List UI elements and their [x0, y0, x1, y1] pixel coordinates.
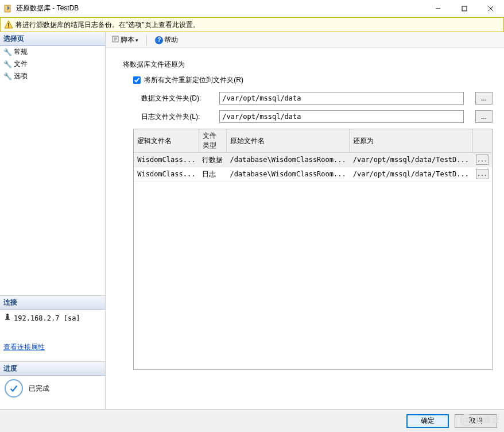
warning-text: 将进行源数据库的结尾日志备份。在"选项"页上查看此设置。 — [15, 20, 200, 30]
table-row[interactable]: WisdomClass... 日志 /database\WisdomClassR… — [134, 167, 492, 182]
row-browse-button[interactable]: ... — [476, 169, 489, 179]
data-folder-input[interactable] — [219, 92, 464, 105]
window-controls — [425, 0, 504, 17]
warning-icon — [4, 20, 13, 29]
maximize-button[interactable] — [451, 0, 478, 17]
cell-type: 日志 — [199, 167, 226, 182]
relocate-all-checkbox[interactable] — [133, 76, 141, 84]
svg-rect-9 — [6, 316, 9, 319]
toolbar-separator — [146, 35, 147, 45]
col-restore-as[interactable]: 还原为 — [350, 129, 472, 153]
row-browse-button[interactable]: ... — [476, 155, 489, 165]
page-nav: 🔧 常规 🔧 文件 🔧 选项 — [0, 46, 105, 295]
cell-type: 行数据 — [199, 153, 226, 167]
wrench-icon: 🔧 — [3, 60, 11, 68]
wrench-icon: 🔧 — [3, 48, 11, 56]
wrench-icon: 🔧 — [3, 72, 11, 80]
log-folder-browse-button[interactable]: ... — [475, 110, 493, 123]
select-page-header: 选择页 — [0, 32, 105, 46]
minimize-button[interactable] — [425, 0, 451, 17]
close-button[interactable] — [478, 0, 504, 17]
nav-general[interactable]: 🔧 常规 — [0, 46, 105, 58]
server-address: 192.168.2.7 [sa] — [14, 314, 80, 322]
script-dropdown[interactable]: 脚本 ▾ — [109, 34, 141, 46]
warning-bar: 将进行源数据库的结尾日志备份。在"选项"页上查看此设置。 — [0, 17, 504, 32]
nav-files[interactable]: 🔧 文件 — [0, 58, 105, 70]
cell-logical: WisdomClass... — [134, 153, 199, 167]
col-type[interactable]: 文件类型 — [199, 129, 226, 153]
content-area: 将数据库文件还原为 将所有文件重新定位到文件夹(R) 数据文件文件夹(D): .… — [106, 48, 504, 409]
svg-rect-2 — [462, 6, 467, 11]
dialog-footer: 确定 取消 — [0, 409, 504, 432]
nav-general-label: 常规 — [14, 47, 28, 57]
cancel-button[interactable]: 取消 — [455, 414, 497, 428]
nav-options-label: 选项 — [14, 71, 28, 81]
progress-done-icon — [5, 379, 23, 398]
data-folder-label: 数据文件文件夹(D): — [133, 94, 219, 103]
app-icon — [3, 4, 13, 13]
nav-files-label: 文件 — [14, 59, 28, 69]
log-folder-label: 日志文件文件夹(L): — [133, 112, 219, 122]
col-original[interactable]: 原始文件名 — [226, 129, 349, 153]
server-icon — [3, 313, 11, 323]
nav-options[interactable]: 🔧 选项 — [0, 70, 105, 82]
help-icon: ? — [155, 36, 163, 44]
relocate-all-label[interactable]: 将所有文件重新定位到文件夹(R) — [144, 75, 243, 85]
title-bar: 还原数据库 - TestDB — [0, 0, 504, 17]
svg-rect-7 — [8, 26, 9, 28]
progress-panel: 进度 已完成 — [0, 361, 105, 409]
cell-restore-as: /var/opt/mssql/data/TestD... — [350, 167, 472, 182]
cell-logical: WisdomClass... — [134, 167, 199, 182]
files-table: 逻辑文件名 文件类型 原始文件名 还原为 WisdomClass... 行数据 — [133, 129, 493, 370]
connection-panel: 连接 192.168.2.7 [sa] 查看连接属性 — [0, 295, 105, 361]
table-row[interactable]: WisdomClass... 行数据 /database\WisdomClass… — [134, 153, 492, 167]
script-label: 脚本 — [121, 35, 134, 45]
data-folder-browse-button[interactable]: ... — [475, 92, 493, 105]
left-panel: 选择页 🔧 常规 🔧 文件 🔧 选项 连接 19 — [0, 32, 106, 409]
svg-point-8 — [6, 314, 9, 316]
log-folder-input[interactable] — [219, 110, 464, 123]
progress-header: 进度 — [0, 362, 105, 376]
help-button[interactable]: ? 帮助 — [153, 34, 180, 46]
col-logical[interactable]: 逻辑文件名 — [134, 129, 199, 153]
view-connection-properties-link[interactable]: 查看连接属性 — [3, 342, 45, 352]
right-toolbar: 脚本 ▾ ? 帮助 — [106, 32, 504, 48]
right-panel: 脚本 ▾ ? 帮助 将数据库文件还原为 将所有文件重新定位到文件夹(R) 数据文… — [106, 32, 504, 409]
restore-as-title: 将数据库文件还原为 — [123, 60, 493, 70]
cell-original: /database\WisdomClassRoom... — [226, 167, 349, 182]
help-label: 帮助 — [164, 35, 178, 45]
col-action — [472, 129, 492, 153]
progress-status: 已完成 — [29, 384, 49, 394]
connection-header: 连接 — [0, 296, 105, 310]
script-icon — [111, 35, 119, 45]
cell-restore-as: /var/opt/mssql/data/TestD... — [350, 153, 472, 167]
ok-button[interactable]: 确定 — [406, 414, 449, 428]
svg-rect-6 — [8, 23, 9, 26]
window-title: 还原数据库 - TestDB — [16, 3, 425, 13]
chevron-down-icon: ▾ — [135, 37, 138, 43]
cell-original: /database\WisdomClassRoom... — [226, 153, 349, 167]
